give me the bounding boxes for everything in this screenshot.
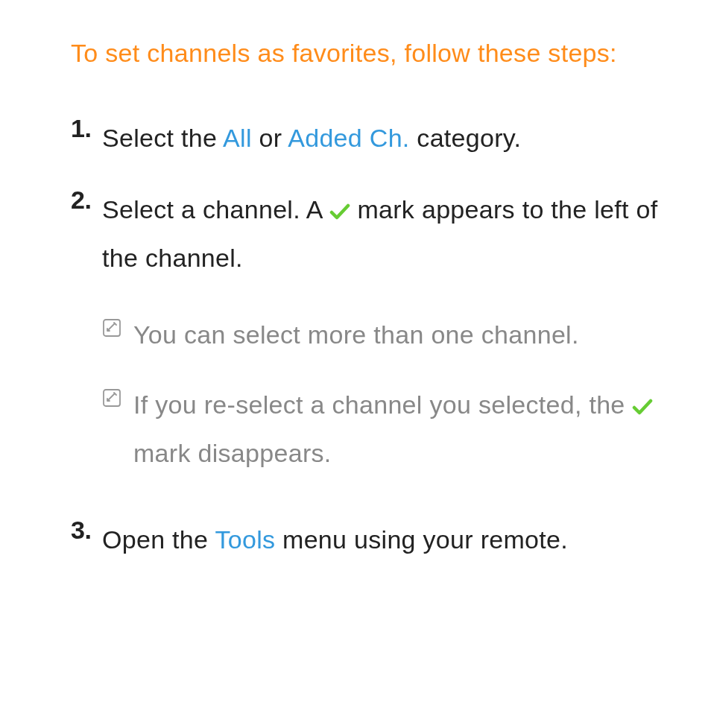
step-3: 3. Open the Tools menu using your remote… [71,516,670,564]
step-number: 2. [71,186,102,481]
note-icon [102,318,133,367]
note-icon [102,388,133,484]
text-segment: Open the [102,525,215,554]
step-text: Open the Tools menu using your remote. [102,516,670,564]
text-segment: If you re-select a channel you selected,… [133,390,632,419]
svg-rect-0 [104,320,120,336]
highlight-all: All [223,124,252,152]
text-segment: Select the [102,124,223,152]
check-icon [329,187,350,203]
heading: To set channels as favorites, follow the… [71,30,670,77]
highlight-tools: Tools [215,525,275,554]
text-segment: category. [410,124,522,152]
step-2: 2. Select a channel. A mark appears to t… [71,186,670,481]
text-segment: mark disappears. [133,439,332,467]
check-icon [632,382,653,399]
note-text: You can select more than one channel. [133,311,670,359]
step-number: 3. [71,516,102,564]
step-text: Select a channel. A mark appears to the … [102,186,670,282]
step-1: 1. Select the All or Added Ch. category. [71,114,670,162]
svg-rect-1 [104,390,120,406]
note-2: If you re-select a channel you selected,… [102,381,670,477]
text-segment: or [252,124,288,152]
text-segment: menu using your remote. [275,525,568,554]
highlight-added-ch: Added Ch. [288,124,409,152]
step-number: 1. [71,114,102,162]
note-1: You can select more than one channel. [102,311,670,359]
note-text: If you re-select a channel you selected,… [133,381,670,477]
text-segment: Select a channel. A [102,195,329,224]
step-text: Select the All or Added Ch. category. [102,114,670,162]
